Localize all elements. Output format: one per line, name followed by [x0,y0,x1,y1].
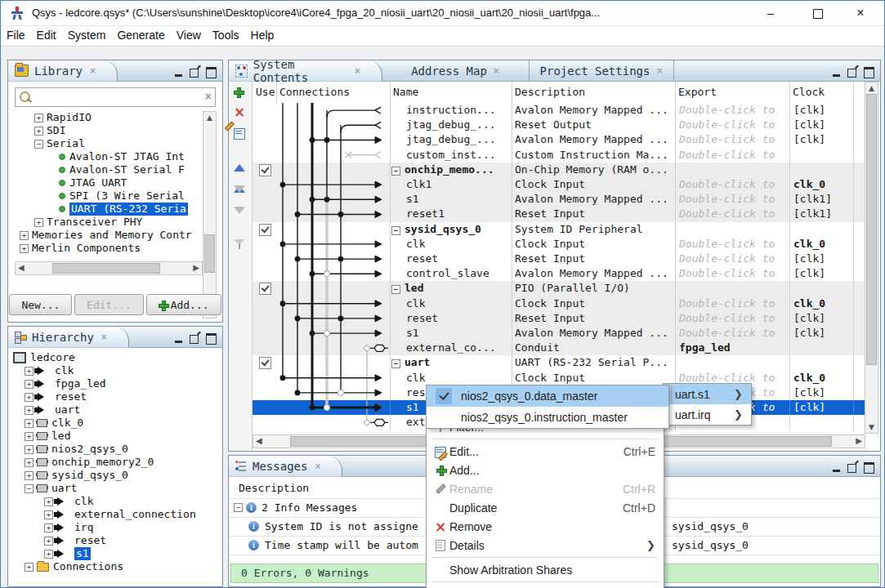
table-row[interactable]: jtag_debug_...Reset OutputDouble-click t… [253,118,865,132]
hierarchy-tree-item[interactable]: +external_connection [44,508,196,521]
table-row[interactable]: −uartUART (RS-232 Serial P... [253,355,865,370]
cell-export[interactable]: Double-click to [679,118,792,131]
tab-close-icon[interactable]: × [355,65,360,77]
menu-item-show-arbitration-shares[interactable]: Show Arbitration Shares [427,560,664,579]
library-tree-item[interactable]: SPI (3 Wire Serial [59,189,185,203]
tab-close-icon[interactable]: × [656,65,662,77]
tree-expander-icon[interactable]: + [44,537,53,546]
tree-expander-icon[interactable]: − [25,484,34,493]
cell-export[interactable]: Double-click to [679,297,792,310]
table-row[interactable]: −sysid_qsys_0System ID Peripheral [253,222,865,237]
table-row[interactable]: jtag_debug_...Avalon Memory Mapped ...Do… [253,132,865,147]
use-checkbox[interactable] [259,164,271,176]
library-tab[interactable]: Library × [8,60,118,82]
column-header-name[interactable]: Name [393,86,418,98]
table-row[interactable]: clk1Clock InputDouble-click toclk_0 [253,177,865,192]
float-panel-icon[interactable] [847,464,856,473]
tree-expander-icon[interactable]: + [25,393,34,402]
tree-expander-icon[interactable]: + [44,550,53,559]
maximize-panel-icon[interactable] [206,333,217,345]
tree-expander-icon[interactable]: + [25,367,34,376]
menubar-item-edit[interactable]: Edit [31,26,62,46]
cell-clock[interactable]: [clk] [793,401,857,413]
toolbar-move-down-button[interactable] [234,193,247,206]
hierarchy-tab[interactable]: Hierarchy × [8,327,129,348]
column-header-clock[interactable]: Clock [793,86,825,98]
column-header-export[interactable]: Export [678,86,717,98]
tree-expander-icon[interactable]: + [25,471,34,480]
cell-clock[interactable]: [clk] [793,327,857,339]
cell-export[interactable]: Double-click to [679,149,792,161]
cell-export[interactable]: Double-click to [679,207,792,220]
library-tree-item[interactable]: UART (RS-232 Seria [59,203,188,216]
library-search-input[interactable]: × [15,87,216,107]
float-panel-icon[interactable] [190,69,199,78]
hierarchy-tree-item[interactable]: +s1 [44,547,91,560]
tab-project-settings[interactable]: Project Settings× [529,60,674,81]
library-tree-item[interactable]: Avalon-ST JTAG Int [59,150,185,163]
submenu-item-uart-irq[interactable]: uart.irq❯ [664,404,751,425]
table-row[interactable]: custom_inst...Custom Instruction Ma...Do… [253,148,865,163]
cell-clock[interactable]: [clk] [793,267,857,279]
scroll-thumb[interactable] [866,94,877,365]
tab-address-map[interactable]: Address Map× [382,60,530,81]
cell-export[interactable]: Double-click to [679,372,792,384]
cell-export[interactable]: Double-click to [679,104,792,116]
hierarchy-tree-item[interactable]: +clk [44,495,93,508]
toolbar-move-bottom-button[interactable] [234,214,247,227]
library-horizontal-scrollbar[interactable]: ◀ ▶ [15,261,203,275]
hierarchy-tree-item[interactable]: +led [25,430,70,443]
table-row[interactable]: resetReset InputDouble-click to[clk] [253,252,865,266]
tree-expander-icon[interactable]: + [25,380,34,389]
library-tree-item[interactable]: +Memories and Memory Contr [20,229,192,242]
menu-item-details[interactable]: Details❯ [427,536,664,555]
scroll-thumb[interactable] [52,263,160,274]
table-row[interactable]: clkClock InputDouble-click toclk_0 [253,296,865,311]
use-checkbox[interactable] [259,224,271,236]
cell-clock[interactable]: [clk] [793,118,857,131]
toolbar-add-button[interactable] [234,85,247,98]
table-row[interactable]: resetReset InputDouble-click to[clk] [253,311,865,326]
cell-export[interactable]: Double-click to [679,133,792,145]
master-item-data_master[interactable]: nios2_qsys_0.data_master [427,385,668,407]
menubar-item-file[interactable]: File [1,26,31,46]
cell-export[interactable]: Double-click to [679,178,792,190]
menu-item-duplicate[interactable]: DuplicateCtrl+D [427,498,664,517]
minimize-panel-icon[interactable] [175,74,182,77]
table-row[interactable]: −ledPIO (Parallel I/O) [253,281,865,296]
menubar-item-generate[interactable]: Generate [111,26,170,46]
maximize-button[interactable] [799,1,837,25]
clear-search-icon[interactable]: × [205,90,212,103]
minimize-panel-icon[interactable] [833,470,840,472]
tree-expander-icon[interactable]: − [34,140,43,149]
tree-expander-icon[interactable]: + [34,127,43,136]
menubar-item-tools[interactable]: Tools [207,26,245,46]
close-button[interactable]: × [842,1,879,25]
tree-expander-icon[interactable]: + [25,445,34,454]
hierarchy-tree-item[interactable]: −uart [25,482,77,495]
table-row[interactable]: instruction...Avalon Memory Mapped ...Do… [253,103,865,118]
cell-export[interactable]: Double-click to [679,312,792,324]
hierarchy-close-icon[interactable]: × [101,332,107,343]
new-button[interactable]: New... [9,294,72,315]
hierarchy-tree-item[interactable]: +Connections [25,560,123,573]
toolbar-remove-button[interactable]: × [234,106,247,119]
library-tree-item[interactable]: Avalon-ST Serial F [59,163,185,176]
collapse-icon[interactable]: − [391,226,400,235]
cell-clock[interactable]: clk_0 [793,372,857,384]
cell-export[interactable]: Double-click to [679,193,792,205]
tab-system-contents[interactable]: System Contents× [229,60,382,82]
messages-close-icon[interactable]: × [315,461,320,472]
hierarchy-tree-item[interactable]: +sysid_qsys_0 [25,469,128,482]
column-header-connections[interactable]: Connections [279,86,350,98]
cell-clock[interactable]: [clk] [793,104,857,116]
menu-item-remove[interactable]: ×Remove [427,517,664,536]
master-item-instruction_master[interactable]: nios2_qsys_0.instruction_master [427,407,668,428]
hierarchy-tree-item[interactable]: +clk_0 [25,416,83,430]
add-button[interactable]: Add... [146,294,221,315]
menu-item-rename[interactable]: RenameCtrl+R [427,479,664,498]
tree-expander-icon[interactable]: + [44,523,53,532]
use-checkbox[interactable] [259,357,271,369]
tree-expander-icon[interactable]: + [34,114,43,122]
tree-expander-icon[interactable]: + [20,244,29,253]
